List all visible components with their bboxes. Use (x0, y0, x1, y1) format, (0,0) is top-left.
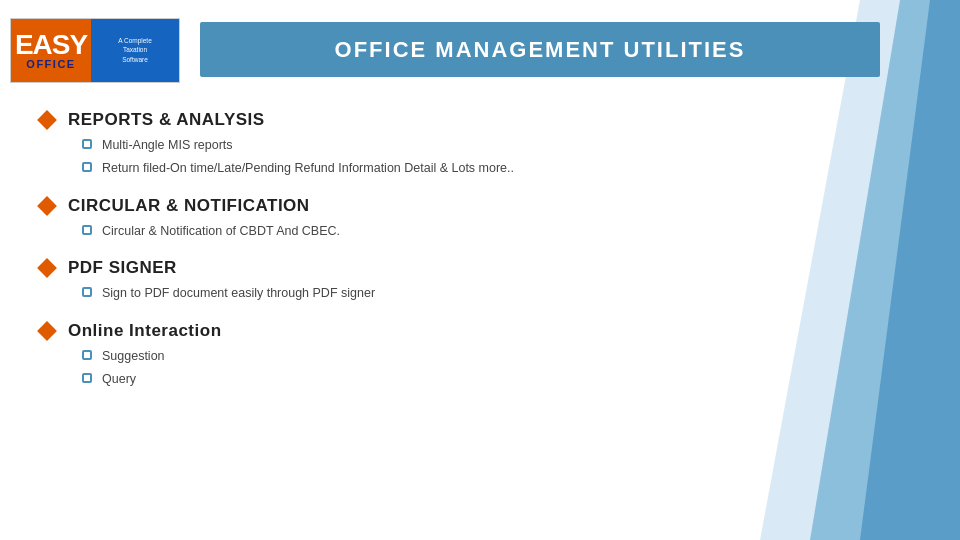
bullet-icon (82, 350, 92, 360)
section-pdf-items: Sign to PDF document easily through PDF … (82, 284, 740, 303)
sub-item-text: Multi-Angle MIS reports (102, 136, 233, 155)
diamond-icon-pdf (37, 258, 57, 278)
section-circular: CIRCULAR & NOTIFICATION Circular & Notif… (40, 196, 740, 241)
bullet-icon (82, 373, 92, 383)
sub-item-text: Suggestion (102, 347, 165, 366)
bullet-icon (82, 162, 92, 172)
logo-tagline: A Complete Taxation Software (118, 36, 152, 63)
section-reports-header: REPORTS & ANALYSIS (40, 110, 740, 130)
diamond-icon-reports (37, 110, 57, 130)
section-online-header: Online Interaction (40, 321, 740, 341)
sub-item-text: Return filed-On time/Late/Pending Refund… (102, 159, 514, 178)
section-online-items: Suggestion Query (82, 347, 740, 389)
logo-area: EASY OFFICE A Complete Taxation Software (10, 15, 200, 85)
list-item: Sign to PDF document easily through PDF … (82, 284, 740, 303)
logo-easy-text: EASY (15, 31, 87, 59)
diamond-icon-circular (37, 196, 57, 216)
section-reports: REPORTS & ANALYSIS Multi-Angle MIS repor… (40, 110, 740, 178)
bullet-icon (82, 139, 92, 149)
title-text: OFFICE MANAGEMENT UTILITIES (335, 37, 746, 63)
section-pdf-title: PDF SIGNER (68, 258, 177, 278)
bullet-icon (82, 287, 92, 297)
section-reports-title: REPORTS & ANALYSIS (68, 110, 265, 130)
bullet-icon (82, 225, 92, 235)
main-content: REPORTS & ANALYSIS Multi-Angle MIS repor… (20, 100, 760, 520)
logo: EASY OFFICE A Complete Taxation Software (10, 18, 180, 83)
diamond-icon-online (37, 321, 57, 341)
section-pdf: PDF SIGNER Sign to PDF document easily t… (40, 258, 740, 303)
sub-item-text: Sign to PDF document easily through PDF … (102, 284, 375, 303)
section-online-title: Online Interaction (68, 321, 222, 341)
list-item: Query (82, 370, 740, 389)
section-circular-items: Circular & Notification of CBDT And CBEC… (82, 222, 740, 241)
logo-right: A Complete Taxation Software (91, 19, 179, 82)
section-online: Online Interaction Suggestion Query (40, 321, 740, 389)
logo-left: EASY OFFICE (11, 19, 91, 82)
section-reports-items: Multi-Angle MIS reports Return filed-On … (82, 136, 740, 178)
list-item: Return filed-On time/Late/Pending Refund… (82, 159, 740, 178)
list-item: Multi-Angle MIS reports (82, 136, 740, 155)
sub-item-text: Circular & Notification of CBDT And CBEC… (102, 222, 340, 241)
section-pdf-header: PDF SIGNER (40, 258, 740, 278)
title-banner: OFFICE MANAGEMENT UTILITIES (200, 22, 880, 77)
list-item: Circular & Notification of CBDT And CBEC… (82, 222, 740, 241)
sub-item-text: Query (102, 370, 136, 389)
section-circular-header: CIRCULAR & NOTIFICATION (40, 196, 740, 216)
section-circular-title: CIRCULAR & NOTIFICATION (68, 196, 310, 216)
list-item: Suggestion (82, 347, 740, 366)
logo-office-text: OFFICE (26, 59, 75, 70)
